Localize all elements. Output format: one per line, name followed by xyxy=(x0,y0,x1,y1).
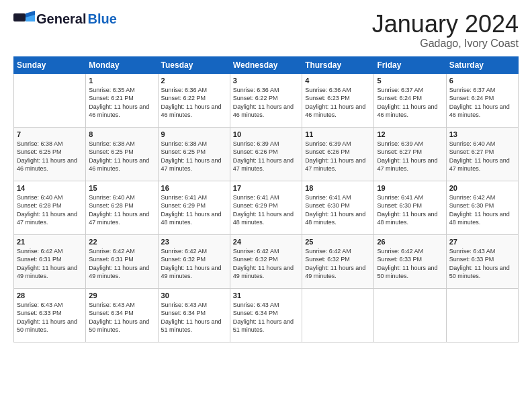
calendar-cell: 10Sunrise: 6:39 AMSunset: 6:26 PMDayligh… xyxy=(230,127,302,181)
cell-info: Sunrise: 6:41 AMSunset: 6:29 PMDaylight:… xyxy=(161,193,227,227)
day-number: 1 xyxy=(89,77,154,85)
day-number: 12 xyxy=(377,130,443,138)
calendar-cell xyxy=(446,288,518,342)
calendar-cell: 4Sunrise: 6:36 AMSunset: 6:23 PMDaylight… xyxy=(302,73,374,127)
cell-info: Sunrise: 6:41 AMSunset: 6:30 PMDaylight:… xyxy=(305,193,371,227)
calendar-cell: 6Sunrise: 6:37 AMSunset: 6:24 PMDaylight… xyxy=(446,73,518,127)
header: GeneralBlue January 2024 Gadago, Ivory C… xyxy=(13,11,519,50)
day-number: 13 xyxy=(449,130,515,138)
cell-info: Sunrise: 6:41 AMSunset: 6:30 PMDaylight:… xyxy=(377,193,443,227)
day-number: 24 xyxy=(233,238,299,246)
calendar-week-row: 1Sunrise: 6:35 AMSunset: 6:21 PMDaylight… xyxy=(14,73,519,127)
calendar-cell: 17Sunrise: 6:41 AMSunset: 6:29 PMDayligh… xyxy=(230,181,302,234)
calendar-title: January 2024 xyxy=(372,11,519,38)
day-number: 7 xyxy=(17,130,83,138)
calendar-cell: 26Sunrise: 6:42 AMSunset: 6:33 PMDayligh… xyxy=(374,234,446,288)
calendar-cell xyxy=(14,73,86,127)
calendar-cell: 21Sunrise: 6:42 AMSunset: 6:31 PMDayligh… xyxy=(14,234,86,288)
calendar-cell xyxy=(374,288,446,342)
calendar-cell: 20Sunrise: 6:42 AMSunset: 6:30 PMDayligh… xyxy=(446,181,518,234)
cell-info: Sunrise: 6:36 AMSunset: 6:22 PMDaylight:… xyxy=(233,86,299,120)
day-number: 28 xyxy=(17,291,83,300)
calendar-week-row: 28Sunrise: 6:43 AMSunset: 6:33 PMDayligh… xyxy=(14,288,519,342)
svg-rect-0 xyxy=(13,13,26,21)
calendar-cell: 28Sunrise: 6:43 AMSunset: 6:33 PMDayligh… xyxy=(14,288,86,342)
calendar-table: SundayMondayTuesdayWednesdayThursdayFrid… xyxy=(13,56,519,342)
day-number: 5 xyxy=(377,77,443,85)
cell-info: Sunrise: 6:37 AMSunset: 6:24 PMDaylight:… xyxy=(377,86,443,120)
cell-info: Sunrise: 6:42 AMSunset: 6:32 PMDaylight:… xyxy=(161,247,227,281)
cell-info: Sunrise: 6:42 AMSunset: 6:32 PMDaylight:… xyxy=(233,247,299,281)
day-number: 19 xyxy=(377,184,443,192)
day-number: 22 xyxy=(89,238,154,246)
weekday-header: Tuesday xyxy=(158,56,230,73)
calendar-cell: 15Sunrise: 6:40 AMSunset: 6:28 PMDayligh… xyxy=(86,181,158,234)
calendar-cell: 19Sunrise: 6:41 AMSunset: 6:30 PMDayligh… xyxy=(374,181,446,234)
cell-info: Sunrise: 6:43 AMSunset: 6:34 PMDaylight:… xyxy=(89,301,154,334)
calendar-cell: 18Sunrise: 6:41 AMSunset: 6:30 PMDayligh… xyxy=(302,181,374,234)
day-number: 4 xyxy=(305,77,371,85)
logo: GeneralBlue xyxy=(13,11,117,27)
cell-info: Sunrise: 6:39 AMSunset: 6:26 PMDaylight:… xyxy=(233,140,299,173)
weekday-header: Saturday xyxy=(446,56,518,73)
cell-info: Sunrise: 6:41 AMSunset: 6:29 PMDaylight:… xyxy=(233,193,299,227)
page: GeneralBlue January 2024 Gadago, Ivory C… xyxy=(0,0,532,411)
cell-info: Sunrise: 6:43 AMSunset: 6:34 PMDaylight:… xyxy=(161,301,227,334)
calendar-cell: 29Sunrise: 6:43 AMSunset: 6:34 PMDayligh… xyxy=(86,288,158,342)
cell-info: Sunrise: 6:42 AMSunset: 6:31 PMDaylight:… xyxy=(17,247,83,281)
day-number: 20 xyxy=(449,184,515,192)
calendar-cell: 12Sunrise: 6:39 AMSunset: 6:27 PMDayligh… xyxy=(374,127,446,181)
calendar-cell: 14Sunrise: 6:40 AMSunset: 6:28 PMDayligh… xyxy=(14,181,86,234)
calendar-cell: 24Sunrise: 6:42 AMSunset: 6:32 PMDayligh… xyxy=(230,234,302,288)
calendar-cell: 3Sunrise: 6:36 AMSunset: 6:22 PMDaylight… xyxy=(230,73,302,127)
calendar-cell: 27Sunrise: 6:43 AMSunset: 6:33 PMDayligh… xyxy=(446,234,518,288)
day-number: 23 xyxy=(161,238,227,246)
calendar-cell: 23Sunrise: 6:42 AMSunset: 6:32 PMDayligh… xyxy=(158,234,230,288)
calendar-cell: 11Sunrise: 6:39 AMSunset: 6:26 PMDayligh… xyxy=(302,127,374,181)
calendar-week-row: 14Sunrise: 6:40 AMSunset: 6:28 PMDayligh… xyxy=(14,181,519,234)
calendar-week-row: 7Sunrise: 6:38 AMSunset: 6:25 PMDaylight… xyxy=(14,127,519,181)
day-number: 31 xyxy=(233,291,299,300)
cell-info: Sunrise: 6:40 AMSunset: 6:28 PMDaylight:… xyxy=(17,193,83,227)
weekday-header: Thursday xyxy=(302,56,374,73)
logo-icon xyxy=(13,11,35,27)
day-number: 30 xyxy=(161,291,227,300)
calendar-cell: 9Sunrise: 6:38 AMSunset: 6:25 PMDaylight… xyxy=(158,127,230,181)
cell-info: Sunrise: 6:36 AMSunset: 6:23 PMDaylight:… xyxy=(305,86,371,120)
cell-info: Sunrise: 6:42 AMSunset: 6:33 PMDaylight:… xyxy=(377,247,443,281)
calendar-cell: 16Sunrise: 6:41 AMSunset: 6:29 PMDayligh… xyxy=(158,181,230,234)
cell-info: Sunrise: 6:42 AMSunset: 6:32 PMDaylight:… xyxy=(305,247,371,281)
calendar-cell: 22Sunrise: 6:42 AMSunset: 6:31 PMDayligh… xyxy=(86,234,158,288)
title-block: January 2024 Gadago, Ivory Coast xyxy=(372,11,519,50)
cell-info: Sunrise: 6:36 AMSunset: 6:22 PMDaylight:… xyxy=(161,86,227,120)
day-number: 10 xyxy=(233,130,299,138)
day-number: 18 xyxy=(305,184,371,192)
cell-info: Sunrise: 6:43 AMSunset: 6:34 PMDaylight:… xyxy=(233,301,299,334)
cell-info: Sunrise: 6:39 AMSunset: 6:26 PMDaylight:… xyxy=(305,140,371,173)
calendar-cell: 13Sunrise: 6:40 AMSunset: 6:27 PMDayligh… xyxy=(446,127,518,181)
day-number: 3 xyxy=(233,77,299,85)
day-number: 21 xyxy=(17,238,83,246)
day-number: 27 xyxy=(449,238,515,246)
calendar-cell: 25Sunrise: 6:42 AMSunset: 6:32 PMDayligh… xyxy=(302,234,374,288)
cell-info: Sunrise: 6:38 AMSunset: 6:25 PMDaylight:… xyxy=(161,140,227,173)
day-number: 11 xyxy=(305,130,371,138)
cell-info: Sunrise: 6:39 AMSunset: 6:27 PMDaylight:… xyxy=(377,140,443,173)
cell-info: Sunrise: 6:37 AMSunset: 6:24 PMDaylight:… xyxy=(449,86,515,120)
cell-info: Sunrise: 6:43 AMSunset: 6:33 PMDaylight:… xyxy=(449,247,515,281)
day-number: 15 xyxy=(89,184,154,192)
calendar-cell: 31Sunrise: 6:43 AMSunset: 6:34 PMDayligh… xyxy=(230,288,302,342)
calendar-cell: 5Sunrise: 6:37 AMSunset: 6:24 PMDaylight… xyxy=(374,73,446,127)
logo-blue: Blue xyxy=(87,11,116,27)
weekday-header-row: SundayMondayTuesdayWednesdayThursdayFrid… xyxy=(14,56,519,73)
weekday-header: Friday xyxy=(374,56,446,73)
logo-general: General xyxy=(36,11,86,27)
cell-info: Sunrise: 6:40 AMSunset: 6:28 PMDaylight:… xyxy=(89,193,154,227)
weekday-header: Monday xyxy=(86,56,158,73)
day-number: 8 xyxy=(89,130,154,138)
cell-info: Sunrise: 6:35 AMSunset: 6:21 PMDaylight:… xyxy=(89,86,154,120)
cell-info: Sunrise: 6:40 AMSunset: 6:27 PMDaylight:… xyxy=(449,140,515,173)
cell-info: Sunrise: 6:42 AMSunset: 6:31 PMDaylight:… xyxy=(89,247,154,281)
calendar-week-row: 21Sunrise: 6:42 AMSunset: 6:31 PMDayligh… xyxy=(14,234,519,288)
day-number: 26 xyxy=(377,238,443,246)
